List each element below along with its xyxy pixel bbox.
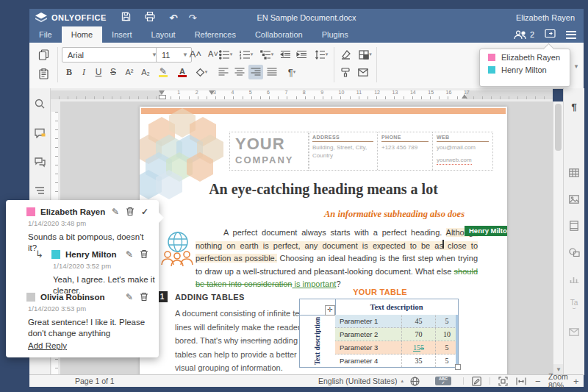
table-cell-value[interactable]: 5 [436,341,458,354]
italic-button[interactable]: I [76,65,91,79]
font-color-button[interactable]: A [175,65,190,79]
table-cell-value[interactable]: 70 [402,328,436,341]
language-selector[interactable]: English (United States) ▴ [318,375,404,387]
chart-settings-button[interactable] [567,272,581,285]
track-changes-button[interactable] [472,375,481,387]
table-cell-value[interactable]: 5 [436,315,458,327]
paste-button[interactable] [36,66,51,81]
tab-layout[interactable]: Layout [142,26,185,43]
line-spacing-button[interactable]: ▾ [312,47,331,62]
contact-website[interactable]: yourweb.com [437,156,472,165]
table-row-header[interactable]: Text description [300,315,336,367]
table-row[interactable]: Parameter 1 45 5 [335,315,458,328]
copy-button[interactable] [36,47,51,62]
strikethrough-button[interactable]: S [106,65,121,79]
fit-page-button[interactable] [498,375,508,387]
table-cell-label[interactable]: Parameter 1 [335,315,402,327]
table-row[interactable]: Parameter 4 35 5 [335,354,458,367]
horizontal-ruler[interactable]: 1234567891011121314151617 [50,88,553,102]
table-settings-button[interactable] [567,166,581,179]
edit-comment-icon[interactable]: ✎ [112,207,119,218]
mailmerge-settings-button[interactable] [567,325,581,338]
save-button[interactable] [117,12,136,24]
table-cell-value[interactable]: 45 [402,315,436,327]
search-button[interactable] [33,97,46,110]
align-right-button[interactable] [248,65,263,79]
table-cell-label[interactable]: Parameter 2 [335,328,402,341]
right-indent-marker[interactable] [462,94,467,99]
zoom-out-button[interactable]: − [535,375,541,387]
vertical-scrollbar[interactable]: ▼ [553,101,564,375]
table-row[interactable]: Parameter 3 155 5 [335,341,458,354]
delete-comment-icon[interactable] [140,292,148,304]
numbered-list-button[interactable]: ▾ [237,47,256,62]
tab-file[interactable]: File [29,26,62,43]
font-name-select[interactable]: Arial▼ [62,47,161,63]
table-resize-handle[interactable] [455,364,461,370]
bold-button[interactable]: B [62,65,76,79]
set-language-button[interactable] [410,375,420,387]
contact-email[interactable]: you@mail.com [437,143,489,152]
intro-paragraph[interactable]: A perfect document always starts with a … [196,227,478,291]
print-button[interactable] [140,12,159,24]
resolve-comment-icon[interactable]: ✓ [141,207,148,218]
align-left-button[interactable] [216,65,231,79]
section-body[interactable]: A document consisting of infinite text l… [175,307,306,375]
undo-button[interactable]: ↶ [164,13,183,24]
contact-phone[interactable]: +123 456 789 [381,143,429,152]
edit-comment-icon[interactable]: ✎ [126,292,133,304]
tab-insert[interactable]: Insert [102,26,142,43]
tab-collaboration[interactable]: Collaboration [245,26,312,43]
left-indent-marker[interactable] [159,90,166,99]
table-borders-button[interactable]: ▾ [356,47,375,62]
mail-merge-button[interactable] [356,65,370,79]
edit-comment-icon[interactable]: ✎ [126,249,133,261]
para-text[interactable]: A perfect document always starts with a … [223,228,446,237]
delete-comment-icon[interactable] [140,249,148,261]
tab-plugins[interactable]: Plugins [312,26,358,43]
company-name-box[interactable]: YOUR COMPANY [229,132,309,171]
shape-settings-button[interactable] [567,246,581,259]
table-move-handle[interactable]: ✛ [325,305,335,316]
chat-button[interactable] [33,156,46,169]
document-heading[interactable]: An eye-catching heading means a lot [169,181,478,198]
fit-width-button[interactable] [516,375,526,387]
company-line1[interactable]: YOUR [235,135,285,154]
image-settings-button[interactable] [567,193,581,206]
redo-button[interactable]: ↷ [183,13,202,24]
headerfooter-settings-button[interactable] [567,219,581,232]
paragraph-settings-button[interactable]: ¶ [567,100,581,113]
align-center-button[interactable] [232,65,247,79]
add-reply-link[interactable]: Add Reply [28,341,67,350]
table-row[interactable]: Parameter 2 70 10 [335,328,458,341]
data-table[interactable]: ✛ Text description Text description Para… [299,299,459,368]
contact-header-address[interactable]: ADDRESS [312,135,373,142]
section-title[interactable]: ADDING TABLES [175,293,245,302]
underline-button[interactable]: U [91,65,106,79]
contact-header-web[interactable]: WEB [437,135,489,142]
clear-style-button[interactable]: ▾ [194,65,209,79]
table-title[interactable]: YOUR TABLE [325,288,435,296]
copy-style-button[interactable] [338,65,353,79]
zoom-in-button[interactable]: + [573,375,579,387]
subscript-button[interactable]: A₂ [138,65,153,79]
table-cell-value[interactable]: 10 [436,328,458,341]
account-user-name[interactable]: Elizabeth Rayen [516,13,575,22]
contact-header-phone[interactable]: PHONE [381,135,429,142]
increase-font-button[interactable]: A˄ [188,46,203,61]
contact-address[interactable]: Building, Street, City, Country [312,143,373,160]
table-cell-value[interactable]: 35 [402,354,436,367]
tab-references[interactable]: References [185,26,245,43]
coedit-users-button[interactable]: 2 [514,30,534,40]
hamburger-menu-button[interactable] [566,29,576,40]
decrease-indent-button[interactable] [278,47,293,62]
multilevel-list-button[interactable]: ▾ [257,47,276,62]
styles-gallery-expand-button[interactable]: ▾ [569,59,584,74]
textart-settings-button[interactable]: Ta⌣ [567,299,581,312]
justify-button[interactable] [265,65,279,79]
increase-indent-button[interactable] [294,47,309,62]
company-line2[interactable]: COMPANY [235,154,293,165]
nonprinting-chars-button[interactable]: ¶▾ [282,65,301,79]
scrollbar-thumb[interactable] [555,104,562,151]
font-size-select[interactable]: 11▼ [156,47,192,63]
